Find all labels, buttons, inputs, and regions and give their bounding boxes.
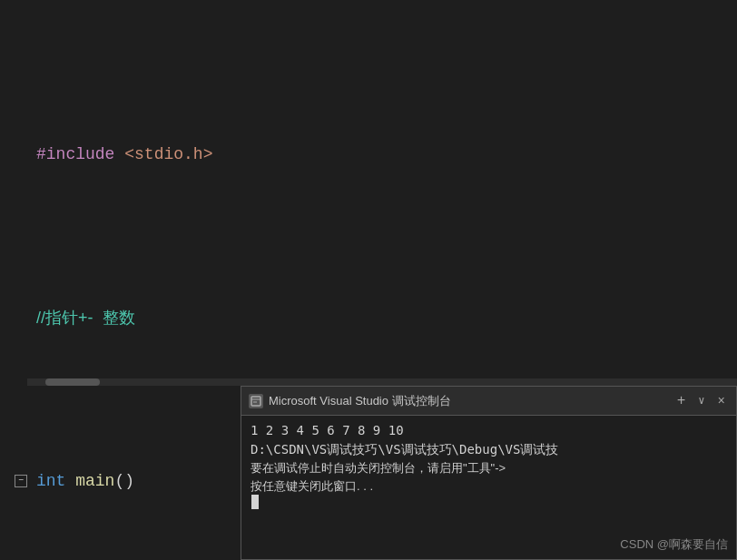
- terminal-chevron-button[interactable]: ∨: [694, 394, 708, 408]
- keyword-int-main: int: [36, 465, 65, 497]
- collapse-main[interactable]: −: [15, 475, 27, 487]
- terminal-title-text: Microsoft Visual Studio 调试控制台: [269, 393, 668, 409]
- terminal-output-chinese2: 按任意键关闭此窗口. . .: [251, 477, 727, 496]
- func-main: main: [75, 465, 114, 497]
- terminal-cursor-line: [251, 495, 727, 509]
- keyword-include: #include: [36, 138, 114, 171]
- terminal-cursor: [251, 495, 259, 509]
- code-line-1: #include <stdio.h>: [36, 138, 737, 171]
- terminal-output-numbers: 1 2 3 4 5 6 7 8 9 10: [251, 421, 727, 440]
- horizontal-scrollbar[interactable]: [27, 378, 737, 386]
- terminal-output-chinese1: 要在调试停止时自动关闭控制台，请启用"工具"->: [251, 459, 727, 477]
- terminal-plus-button[interactable]: +: [673, 393, 690, 409]
- comment-chinese: //指针+- 整数: [36, 301, 135, 334]
- scrollbar-thumb[interactable]: [45, 378, 100, 386]
- terminal-app-icon: [249, 394, 263, 408]
- editor-area: #include <stdio.h> //指针+- 整数 − int main(…: [0, 0, 737, 560]
- csdn-watermark: CSDN @啊森要自信: [620, 536, 728, 553]
- svg-rect-0: [251, 397, 260, 406]
- terminal-output-path: D:\CSDN\VS调试技巧\VS调试技巧\Debug\VS调试技: [251, 440, 727, 459]
- terminal-close-button[interactable]: ×: [714, 394, 729, 408]
- terminal-titlebar: Microsoft Visual Studio 调试控制台 + ∨ ×: [241, 387, 736, 416]
- terminal-window: Microsoft Visual Studio 调试控制台 + ∨ × 1 2 …: [241, 386, 737, 560]
- code-line-2: //指针+- 整数: [36, 301, 737, 334]
